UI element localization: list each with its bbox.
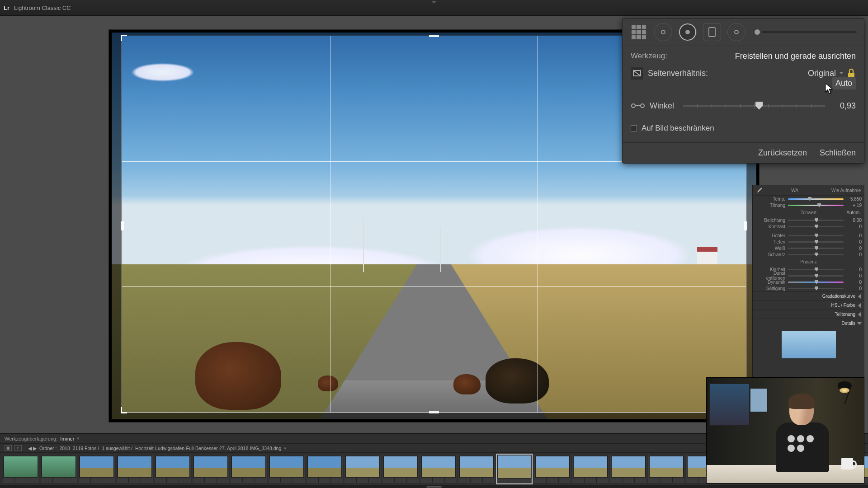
tool-spot-icon[interactable]: [654, 23, 672, 41]
filmstrip-thumb[interactable]: [610, 455, 646, 483]
filmstrip-thumb-selected[interactable]: [496, 454, 533, 484]
angle-value[interactable]: 0,93: [834, 101, 856, 111]
angle-slider[interactable]: [683, 105, 825, 107]
temp-value[interactable]: 5.850: [845, 197, 862, 202]
dehaze-value[interactable]: 0: [845, 273, 862, 278]
filmstrip-thumb[interactable]: [344, 455, 381, 483]
filmstrip-thumb[interactable]: [458, 455, 495, 483]
tool-radial-icon[interactable]: [727, 23, 745, 41]
tool-redeye-icon[interactable]: [679, 23, 697, 41]
whites-value[interactable]: 0: [845, 246, 862, 251]
aspect-ratio-icon[interactable]: [631, 67, 643, 80]
filmstrip-thumb[interactable]: [572, 455, 609, 483]
chevron-down-icon: [840, 72, 843, 74]
auto-straighten-button[interactable]: Auto: [832, 77, 856, 89]
filmstrip-thumb[interactable]: [534, 455, 571, 483]
vibrance-label: Dynamik: [755, 280, 785, 285]
eyedropper-icon[interactable]: [756, 187, 763, 193]
webcam-overlay: [706, 377, 864, 483]
blacks-value[interactable]: 0: [845, 252, 862, 257]
contrast-slider[interactable]: [788, 226, 844, 227]
filmstrip-thumb[interactable]: [269, 455, 305, 483]
whites-slider[interactable]: [788, 248, 844, 249]
contrast-label: Kontrast: [755, 224, 785, 229]
angle-slider-knob[interactable]: [755, 102, 763, 110]
exposure-slider[interactable]: [788, 220, 844, 221]
tint-value[interactable]: + 19: [845, 203, 862, 208]
overlay-value-dropdown[interactable]: Immer: [60, 436, 74, 441]
filmstrip-thumb[interactable]: [382, 455, 419, 483]
highlights-label: Lichter: [755, 233, 785, 238]
filmstrip-thumb[interactable]: [193, 455, 229, 483]
selected-count: 1 ausgewählt /: [102, 446, 132, 451]
constrain-checkbox[interactable]: [631, 125, 637, 131]
filmstrip-thumb[interactable]: [117, 455, 153, 483]
second-window-icon[interactable]: 2: [14, 445, 22, 451]
filmstrip-thumb[interactable]: [648, 455, 684, 483]
reset-button[interactable]: Zurücksetzen: [758, 148, 807, 158]
close-button[interactable]: Schließen: [820, 148, 856, 158]
saturation-value[interactable]: 0: [845, 286, 862, 291]
wb-mode-dropdown[interactable]: Wie Aufnahme: [827, 188, 861, 193]
clarity-slider[interactable]: [788, 269, 844, 270]
exposure-value[interactable]: 0,00: [845, 218, 862, 223]
wb-label: WA: [763, 188, 827, 193]
svg-point-3: [641, 104, 644, 108]
presence-section-label: Präsenz: [800, 259, 817, 264]
photo-count: 2119 Fotos /: [73, 446, 99, 451]
tone-auto-button[interactable]: Autom.: [846, 210, 861, 215]
tint-label: Tönung: [755, 203, 785, 208]
tool-crop-icon[interactable]: [630, 23, 648, 41]
saturation-slider[interactable]: [788, 288, 844, 289]
filmstrip-thumb[interactable]: [3, 455, 39, 483]
titlebar-caret-icon[interactable]: [431, 1, 437, 4]
tool-name: Freistellen und gerade ausrichten: [735, 52, 856, 61]
angle-tool-icon[interactable]: [631, 101, 645, 110]
panel-split-toning[interactable]: Teiltonung: [753, 310, 864, 319]
filmstrip-thumb[interactable]: [307, 455, 343, 483]
shadows-label: Tiefen: [755, 239, 785, 244]
filmstrip-thumb[interactable]: [41, 455, 77, 483]
blacks-slider[interactable]: [788, 254, 844, 255]
angle-label: Winkel: [650, 101, 674, 111]
shadows-value[interactable]: 0: [845, 239, 862, 244]
highlights-slider[interactable]: [788, 235, 844, 236]
shadows-slider[interactable]: [788, 241, 844, 243]
filmstrip-thumb[interactable]: [79, 455, 115, 483]
tool-size-slider[interactable]: [755, 29, 857, 35]
aspect-value: Original: [808, 69, 836, 78]
grid-view-icon[interactable]: ▦: [5, 445, 12, 451]
tone-section-label: Tonwert: [801, 210, 816, 215]
contrast-value[interactable]: 0: [845, 224, 862, 229]
blacks-label: Schwarz: [755, 252, 785, 257]
tool-mode-strip: [623, 19, 864, 46]
folder-name[interactable]: 2018: [59, 446, 70, 451]
overlay-label: Werkzeugüberlagerung:: [5, 436, 57, 441]
temp-slider[interactable]: [788, 198, 844, 200]
filename: Hochzeit-Ludwigshafen-Full-Benkesser-27.…: [135, 446, 281, 451]
bottom-resizer[interactable]: [0, 485, 868, 488]
tint-slider[interactable]: [788, 205, 844, 206]
tool-gradient-icon[interactable]: [703, 23, 721, 41]
main-area: Werkzeug: Freistellen und gerade ausrich…: [0, 16, 868, 433]
clarity-value[interactable]: 0: [845, 267, 862, 272]
svg-point-2: [632, 104, 635, 108]
saturation-label: Sättigung: [755, 286, 785, 291]
panel-tone-curve[interactable]: Gradationskurve: [753, 291, 864, 300]
crop-tool-panel: Werkzeug: Freistellen und gerade ausrich…: [622, 18, 864, 164]
dehaze-slider[interactable]: [788, 275, 844, 277]
highlights-value[interactable]: 0: [845, 233, 862, 238]
detail-preview: [782, 331, 836, 358]
folder-label: Ordner :: [39, 446, 57, 451]
filmstrip-thumb[interactable]: [231, 455, 267, 483]
app-title: Lightroom Classic CC: [14, 5, 71, 11]
vibrance-value[interactable]: 0: [845, 280, 862, 285]
panel-detail[interactable]: Details: [753, 319, 864, 328]
whites-label: Weiß: [755, 246, 785, 251]
filmstrip-thumb[interactable]: [155, 455, 191, 483]
temp-label: Temp.: [755, 197, 785, 202]
filmstrip-thumb[interactable]: [420, 455, 457, 483]
vibrance-slider[interactable]: [788, 282, 844, 283]
panel-hsl[interactable]: HSL / Farbe: [753, 300, 864, 310]
exposure-label: Belichtung: [755, 218, 785, 223]
